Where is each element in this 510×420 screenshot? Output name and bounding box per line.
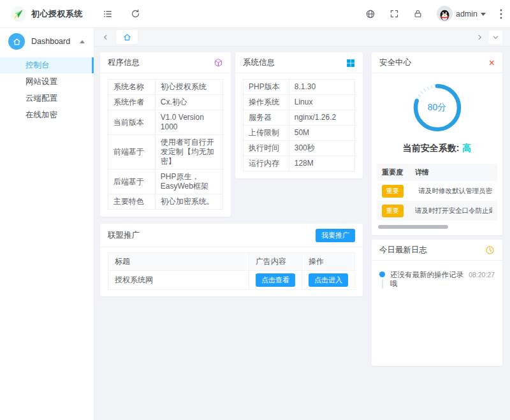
user-menu[interactable]: admin [437, 6, 486, 22]
row-label: 前端基于 [108, 135, 156, 170]
topbar-right: admin [365, 6, 510, 22]
log-card-title: 今日最新日志 [379, 245, 427, 256]
security-table: 重要度 详情 重要 请及时修改默认管理员密 重要 请及时打开安全口令防止爆破后台 [377, 164, 497, 229]
program-card-header: 程序信息 [100, 52, 231, 73]
app-title: 初心授权系统 [31, 8, 83, 20]
program-info-card: 程序信息 系统名称初心授权系统 [100, 52, 231, 217]
importance-badge[interactable]: 重要 [382, 185, 404, 198]
right-column: 安全中心 × 80分 当前安全系数:高 [372, 52, 502, 366]
security-card-title: 安全中心 [379, 57, 411, 68]
tab-menu-chevron-icon[interactable] [489, 31, 502, 44]
table-row: 当前版本V1.0 Version 1000 [108, 110, 223, 135]
row-label: 操作系统 [244, 95, 289, 110]
detail-column-header: 详情 [415, 168, 429, 177]
promo-card-header: 联盟推广 我要推广 [100, 224, 363, 247]
log-entry: 还没有最新的操作记录哦 08:20:27 [379, 270, 495, 289]
log-card-header: 今日最新日志 [372, 240, 502, 261]
promote-button[interactable]: 我要推广 [316, 229, 355, 242]
row-label: 当前版本 [108, 110, 156, 135]
security-center-card: 安全中心 × 80分 当前安全系数:高 [372, 52, 502, 235]
sidebar-item-console[interactable]: 控制台 [0, 57, 94, 73]
row-value: 8.1.30 [289, 80, 354, 95]
more-kebab-icon[interactable] [500, 9, 502, 19]
sidebar-item-online-encrypt[interactable]: 在线加密 [0, 107, 94, 123]
clock-icon [485, 245, 495, 255]
row-value: 使用者可自行开发定制【均无加密】 [155, 135, 222, 170]
tab-home[interactable] [116, 30, 138, 44]
sidebar-group-dashboard[interactable]: Dashboard [0, 28, 94, 55]
log-card-body: 还没有最新的操作记录哦 08:20:27 [372, 261, 502, 298]
security-score-ring: 80分 [377, 81, 497, 134]
importance-column-header: 重要度 [382, 168, 415, 177]
sidebar-group-label: Dashboard [31, 37, 73, 46]
security-card-header: 安全中心 × [372, 52, 502, 73]
view-ad-button[interactable]: 点击查看 [256, 273, 295, 287]
refresh-icon[interactable] [131, 9, 140, 18]
language-globe-icon[interactable] [365, 9, 375, 19]
logo-area: 初心授权系统 [0, 6, 94, 22]
tab-scroll-right-icon[interactable] [476, 34, 483, 41]
horizontal-scrollbar[interactable] [378, 225, 448, 229]
table-row: 服务器nginx/1.26.2 [244, 110, 355, 126]
app-window: 初心授权系统 [0, 0, 510, 420]
enter-site-button[interactable]: 点击进入 [309, 273, 348, 287]
row-value: V1.0 Version 1000 [155, 110, 222, 135]
rocket-logo-icon [11, 6, 26, 22]
info-card-row: 程序信息 系统名称初心授权系统 [100, 52, 363, 217]
table-row: 上传限制50M [244, 126, 355, 141]
windows-icon [346, 59, 355, 68]
col-ad-header: 广告内容 [249, 253, 302, 271]
main-content: 程序信息 系统名称初心授权系统 [94, 47, 510, 420]
tab-scroll-left-icon[interactable] [102, 34, 109, 41]
left-column: 程序信息 系统名称初心授权系统 [100, 52, 363, 296]
promo-card-body: 标题 广告内容 操作 授权系统网 点击查看 点击进入 [100, 247, 363, 296]
sidebar-item-cloud-config[interactable]: 云端配置 [0, 91, 94, 106]
security-card-body: 80分 当前安全系数:高 重要度 详情 重要 请及时修改默认管理员密 [372, 73, 502, 235]
badge-cell: 重要 [382, 184, 415, 198]
lock-icon[interactable] [413, 9, 423, 18]
fullscreen-icon[interactable] [390, 9, 399, 18]
sidebar-item-site-settings[interactable]: 网站设置 [0, 74, 94, 90]
program-info-table: 系统名称初心授权系统 系统作者Cx.初心 当前版本V1.0 Version 10… [108, 79, 223, 210]
system-info-table: PHP版本8.1.30 操作系统Linux 服务器nginx/1.26.2 上传… [243, 79, 355, 171]
cube-icon [214, 58, 223, 68]
row-value: PHP原生，EasyWeb框架 [155, 170, 222, 194]
security-table-header: 重要度 详情 [377, 164, 497, 181]
badge-cell: 重要 [382, 204, 415, 217]
caret-down-icon [481, 13, 486, 16]
row-value: nginx/1.26.2 [289, 110, 354, 126]
table-row: 授权系统网 点击查看 点击进入 [108, 271, 355, 290]
row-value: 初心授权系统 [155, 80, 222, 95]
menu-fold-icon[interactable] [103, 9, 113, 19]
row-label: 服务器 [244, 110, 289, 126]
row-label: 后端基于 [108, 170, 156, 194]
promo-card-title: 联盟推广 [108, 230, 140, 241]
row-value: Cx.初心 [155, 95, 222, 110]
row-label: 运行内存 [244, 156, 289, 171]
username-label: admin [456, 10, 477, 18]
top-bar: 初心授权系统 [0, 0, 510, 28]
row-label: 主要特色 [108, 194, 156, 210]
table-row: 系统作者Cx.初心 [108, 95, 223, 110]
security-row: 重要 请及时打开安全口令防止爆破后台 [377, 201, 497, 221]
close-icon[interactable]: × [489, 59, 495, 67]
col-title-header: 标题 [108, 253, 249, 271]
system-card-body: PHP版本8.1.30 操作系统Linux 服务器nginx/1.26.2 上传… [235, 73, 363, 178]
program-card-title: 程序信息 [108, 57, 140, 68]
alliance-promo-card: 联盟推广 我要推广 标题 广告内容 操作 [100, 224, 363, 296]
topbar-tools [103, 9, 140, 19]
tab-bar [94, 28, 510, 47]
table-row: PHP版本8.1.30 [244, 80, 355, 95]
security-row: 重要 请及时修改默认管理员密 [377, 181, 497, 201]
log-entry-text: 还没有最新的操作记录哦 [390, 270, 463, 288]
sidebar-menu: 控制台 网站设置 云端配置 在线加密 [0, 57, 94, 123]
program-card-body: 系统名称初心授权系统 系统作者Cx.初心 当前版本V1.0 Version 10… [100, 73, 231, 217]
importance-badge[interactable]: 重要 [382, 205, 404, 217]
tab-bar-right [476, 31, 502, 44]
col-op-header: 操作 [302, 253, 355, 271]
promo-row-title: 授权系统网 [108, 271, 249, 290]
table-row: 执行时间300秒 [244, 141, 355, 156]
table-row: 主要特色初心加密系统。 [108, 194, 223, 210]
system-card-title: 系统信息 [243, 57, 275, 68]
log-entry-time: 08:20:27 [469, 271, 495, 279]
